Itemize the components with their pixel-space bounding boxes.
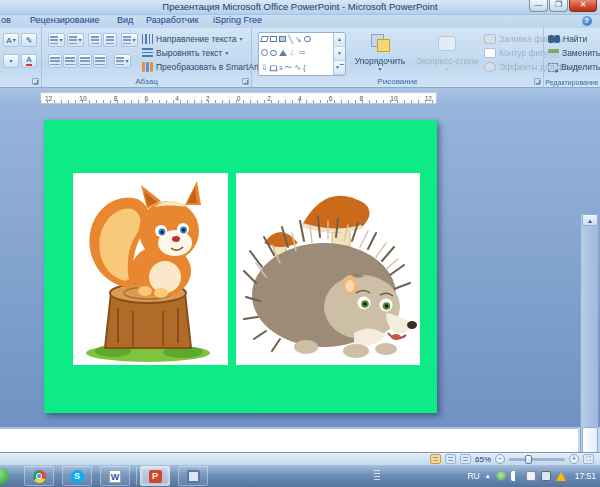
editing-group: Найти Заменить▾ Выделить▾ Редактирование — [544, 28, 600, 87]
select-cursor-icon — [548, 63, 558, 72]
window-title: Презентация Microsoft Office PowerPoint … — [0, 1, 600, 12]
shrink-font-button[interactable]: A▾ — [3, 33, 19, 47]
taskbar-powerpoint-icon[interactable]: P — [140, 466, 170, 486]
drawing-dialog-launcher[interactable] — [534, 78, 541, 85]
action-center-flag-icon[interactable] — [511, 471, 521, 481]
arrange-icon — [371, 30, 390, 56]
scroll-up-icon[interactable]: ▲ — [582, 214, 598, 226]
calendar-icon[interactable] — [526, 471, 536, 481]
ribbon: A▾ ✎ ▾ А ▾ ▾ ▾ ▾ Направление текста▾ — [0, 28, 600, 88]
hedgehog-image[interactable] — [236, 173, 420, 365]
smartart-icon — [142, 62, 153, 72]
shape-outline-icon — [484, 48, 496, 58]
editing-group-label: Редактирование — [544, 79, 600, 86]
align-right-button[interactable] — [78, 54, 92, 68]
taskbar: S W P RU ▲ 17:51 — [0, 465, 600, 487]
taskbar-word-icon[interactable]: W — [100, 466, 130, 486]
shape-fill-icon — [484, 34, 496, 44]
close-button[interactable]: ✕ — [569, 0, 597, 12]
shapes-scroll-down-icon[interactable]: ▼ — [334, 47, 345, 61]
character-spacing-button[interactable]: ▾ — [3, 54, 19, 68]
squirrel-image[interactable] — [73, 173, 228, 365]
powerpoint-window: Презентация Microsoft Office PowerPoint … — [0, 0, 600, 487]
tab-ispring-free[interactable]: iSpring Free — [213, 15, 262, 25]
numbering-button[interactable]: ▾ — [67, 33, 84, 47]
slideshow-view-button[interactable] — [460, 454, 471, 464]
select-button[interactable]: Выделить▾ — [548, 62, 600, 72]
line-spacing-button[interactable]: ▾ — [121, 33, 138, 47]
language-indicator[interactable]: RU — [467, 471, 479, 481]
tab-developer[interactable]: Разработчик — [146, 15, 198, 25]
shapes-scroll-up-icon[interactable]: ▲ — [334, 33, 345, 47]
arrange-button[interactable]: Упорядочить ▾ — [350, 30, 410, 72]
font-color-button[interactable]: А — [21, 54, 37, 68]
zoom-in-button[interactable]: + — [569, 454, 579, 464]
zoom-level[interactable]: 65% — [475, 455, 491, 464]
font-dialog-launcher[interactable] — [32, 78, 39, 85]
justify-button[interactable] — [93, 54, 107, 68]
bullets-button[interactable]: ▾ — [48, 33, 65, 47]
status-bar: 65% − + ⛶ — [0, 452, 600, 465]
slide-canvas[interactable] — [44, 120, 437, 413]
fit-to-window-button[interactable]: ⛶ — [583, 454, 594, 464]
taskbar-app-icon[interactable] — [178, 466, 208, 486]
taskbar-skype-icon[interactable]: S — [62, 466, 92, 486]
tab-slideshow-cutoff[interactable]: ов — [1, 15, 11, 25]
text-direction-icon — [142, 34, 153, 44]
taskbar-separator — [136, 467, 137, 485]
tab-view[interactable]: Вид — [117, 15, 133, 25]
vertical-scrollbar[interactable]: ▲ ▼ ▲▲ ▼▼ — [580, 214, 598, 487]
notes-pane[interactable] — [0, 427, 578, 452]
convert-smartart-button[interactable]: Преобразовать в SmartArt▾ — [142, 62, 265, 72]
ribbon-tab-row: ов Рецензирование Вид Разработчик iSprin… — [0, 15, 600, 28]
binoculars-icon — [548, 35, 560, 44]
taskbar-chrome-icon[interactable] — [24, 466, 54, 486]
minimize-button[interactable]: — — [529, 0, 548, 12]
restore-button[interactable]: ❐ — [549, 0, 568, 12]
system-tray: RU ▲ 17:51 — [467, 465, 596, 487]
taskbar-green-app-icon[interactable] — [0, 468, 9, 484]
shapes-gallery[interactable]: ╲↘ ㄥ⇨ ⇩϶〜∿{ ▲ ▼ ▼▔ — [258, 32, 346, 76]
font-group-partial: A▾ ✎ ▾ А — [0, 28, 42, 87]
help-icon[interactable]: ? — [582, 16, 592, 26]
align-center-button[interactable] — [63, 54, 77, 68]
quick-styles-icon — [438, 30, 456, 56]
zoom-out-button[interactable]: − — [495, 454, 505, 464]
clear-formatting-button[interactable]: ✎ — [21, 33, 37, 47]
clock[interactable]: 17:51 — [575, 471, 596, 481]
shape-effects-icon — [484, 62, 496, 72]
ruler-row: 12 10 8 6 4 2 0 2 4 6 8 10 12 — [0, 88, 600, 107]
align-left-button[interactable] — [48, 54, 62, 68]
drawing-group: ╲↘ ㄥ⇨ ⇩϶〜∿{ ▲ ▼ ▼▔ Упорядочить ▾ — [252, 28, 544, 87]
drawing-group-label: Рисование — [252, 77, 543, 86]
columns-button[interactable]: ▾ — [114, 54, 131, 68]
tab-review[interactable]: Рецензирование — [30, 15, 100, 25]
paragraph-group: ▾ ▾ ▾ ▾ Направление текста▾ Выровнять те… — [42, 28, 252, 87]
paragraph-dialog-launcher[interactable] — [242, 78, 249, 85]
taskbar-grip — [374, 470, 380, 482]
shapes-more-icon[interactable]: ▼▔ — [334, 61, 345, 75]
align-text-button[interactable]: Выровнять текст▾ — [142, 48, 228, 58]
paragraph-group-label: Абзац — [42, 77, 251, 86]
sync-status-icon[interactable] — [496, 471, 506, 481]
zoom-slider-handle[interactable] — [525, 455, 532, 464]
align-text-icon — [142, 48, 153, 58]
drive-icon[interactable] — [556, 472, 566, 481]
slide-sorter-view-button[interactable] — [445, 454, 456, 464]
replace-icon — [548, 49, 559, 58]
hedgehog-illustration — [236, 173, 420, 365]
find-button[interactable]: Найти — [548, 34, 587, 44]
ruler-ticks — [40, 100, 437, 103]
network-display-icon[interactable] — [541, 471, 551, 481]
increase-indent-button[interactable] — [103, 33, 117, 47]
shapes-gallery-scroll[interactable]: ▲ ▼ ▼▔ — [333, 33, 345, 75]
normal-view-button[interactable] — [430, 454, 441, 464]
decrease-indent-button[interactable] — [88, 33, 102, 47]
replace-button[interactable]: Заменить▾ — [548, 48, 600, 58]
squirrel-illustration — [73, 173, 228, 365]
quick-styles-button[interactable]: Экспресс-стили ▾ — [414, 30, 480, 72]
zoom-slider[interactable] — [509, 458, 565, 461]
tray-expand-icon[interactable]: ▲ — [485, 473, 491, 479]
slide-editor-area: ▲ ▼ ▲▲ ▼▼ — [0, 107, 600, 427]
text-direction-button[interactable]: Направление текста▾ — [142, 34, 243, 44]
